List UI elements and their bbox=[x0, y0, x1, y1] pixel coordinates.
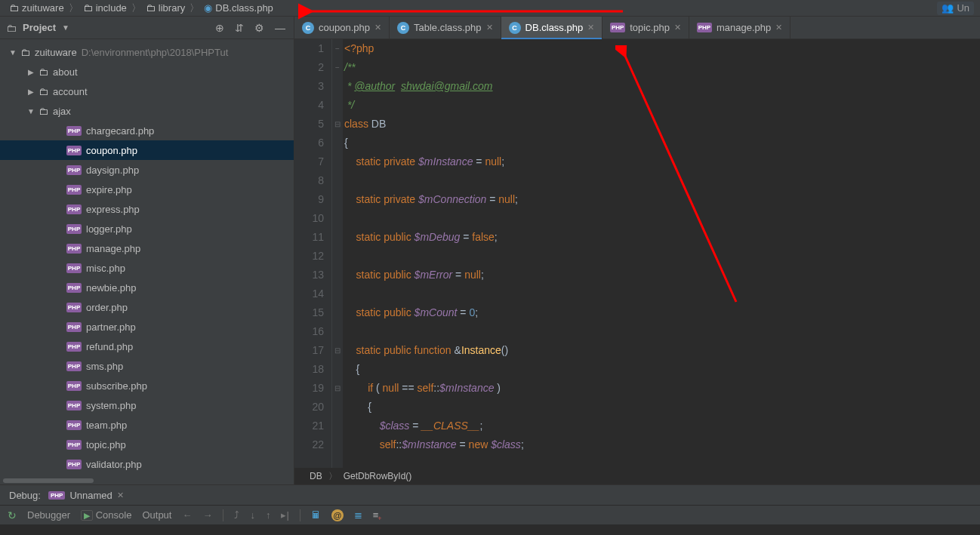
breadcrumb-method[interactable]: GetDbRowById() bbox=[344, 471, 412, 481]
tree-file[interactable]: PHPrefund.php bbox=[0, 337, 294, 356]
dropdown-icon[interactable]: ▼ bbox=[62, 23, 69, 32]
line-number[interactable]: 17 bbox=[294, 341, 324, 360]
line-number[interactable]: 3 bbox=[294, 77, 324, 96]
fold-column[interactable]: −−⊟⊟⊟ bbox=[332, 39, 343, 468]
code-line[interactable] bbox=[344, 322, 980, 341]
line-number[interactable]: 7 bbox=[294, 152, 324, 171]
code-line[interactable]: class DB bbox=[344, 115, 980, 134]
fold-marker-icon[interactable]: ⊟ bbox=[332, 379, 343, 398]
tree-file[interactable]: PHPcoupon.php bbox=[0, 140, 294, 160]
code-line[interactable] bbox=[344, 171, 980, 190]
line-number[interactable]: 6 bbox=[294, 134, 324, 152]
breadcrumb-item[interactable]: ◉ DB.class.php bbox=[201, 2, 276, 14]
tree-file[interactable]: PHPsms.php bbox=[0, 356, 294, 376]
line-number[interactable]: 18 bbox=[294, 360, 324, 379]
line-number[interactable]: 1 bbox=[294, 39, 324, 58]
breadcrumb-item[interactable]: 🗀 library bbox=[143, 2, 188, 14]
editor-tab[interactable]: PHPtopic.php✕ bbox=[602, 17, 689, 38]
arrow-left-icon[interactable]: ← bbox=[182, 509, 192, 521]
tree-file[interactable]: PHPorder.php bbox=[0, 297, 294, 317]
fold-marker-icon[interactable]: − bbox=[332, 58, 343, 77]
tree-file[interactable]: PHPpartner.php bbox=[0, 317, 294, 337]
tree-file[interactable]: PHPchargecard.php bbox=[0, 121, 294, 140]
close-icon[interactable]: ✕ bbox=[486, 23, 493, 32]
editor-tab[interactable]: CDB.class.php✕ bbox=[501, 17, 603, 38]
breadcrumb-item[interactable]: 🗀 include bbox=[80, 2, 130, 14]
line-number[interactable]: 8 bbox=[294, 171, 324, 190]
code-line[interactable]: static public $mDebug = false; bbox=[344, 228, 980, 247]
gear-icon[interactable]: ⚙ bbox=[252, 22, 267, 34]
code-line[interactable]: { bbox=[344, 398, 980, 417]
debugger-tab[interactable]: Debugger bbox=[27, 509, 70, 521]
code-line[interactable]: if ( null == self::$mInstance ) bbox=[344, 379, 980, 398]
at-icon[interactable]: @ bbox=[331, 509, 344, 521]
debug-session-tab[interactable]: PHP Unnamed ✕ bbox=[48, 490, 124, 501]
fold-marker-icon[interactable]: − bbox=[332, 39, 343, 58]
line-number[interactable]: 15 bbox=[294, 303, 324, 322]
line-number[interactable]: 5 bbox=[294, 115, 324, 134]
line-number[interactable]: 16 bbox=[294, 322, 324, 341]
breadcrumb-class[interactable]: DB bbox=[310, 471, 322, 481]
tree-file[interactable]: PHPtopic.php bbox=[0, 435, 294, 454]
code-line[interactable]: <?php bbox=[344, 39, 980, 58]
tree-file[interactable]: PHPexpress.php bbox=[0, 199, 294, 219]
horizontal-scrollbar[interactable] bbox=[0, 477, 294, 484]
tree-file[interactable]: PHPsubscribe.php bbox=[0, 376, 294, 395]
tree-arrow-icon[interactable] bbox=[26, 107, 36, 115]
rerun-icon[interactable]: ↻ bbox=[8, 509, 17, 521]
line-number[interactable]: 12 bbox=[294, 247, 324, 266]
code-line[interactable]: static private $mInstance = null; bbox=[344, 152, 980, 171]
tree-arrow-icon[interactable] bbox=[26, 68, 36, 76]
tree-arrow-icon[interactable] bbox=[8, 48, 18, 57]
line-number[interactable]: 14 bbox=[294, 284, 324, 303]
code-area[interactable]: <?php/** * @author shwdai@gmail.com */cl… bbox=[343, 39, 980, 468]
console-tab[interactable]: ▶ Console bbox=[81, 509, 131, 521]
tree-file[interactable]: PHPdaysign.php bbox=[0, 160, 294, 180]
code-line[interactable]: static private $mConnection = null; bbox=[344, 190, 980, 209]
tree-folder[interactable]: 🗀about bbox=[0, 62, 294, 81]
code-line[interactable]: { bbox=[344, 134, 980, 152]
arrow-right-icon[interactable]: → bbox=[202, 509, 212, 521]
code-line[interactable] bbox=[344, 284, 980, 303]
line-number[interactable]: 13 bbox=[294, 266, 324, 284]
minimize-icon[interactable]: — bbox=[273, 22, 288, 34]
line-number[interactable]: 19 bbox=[294, 379, 324, 398]
step-out-icon[interactable]: ↑ bbox=[266, 509, 271, 521]
code-line[interactable] bbox=[344, 209, 980, 228]
unregistered-badge[interactable]: 👥 Un bbox=[937, 2, 974, 15]
line-number[interactable]: 2 bbox=[294, 58, 324, 77]
locate-icon[interactable]: ⊕ bbox=[213, 22, 227, 34]
close-icon[interactable]: ✕ bbox=[775, 23, 782, 32]
tree-folder[interactable]: 🗀zuituwareD:\environment\php\2018\PHPTut bbox=[0, 42, 294, 62]
line-number[interactable]: 20 bbox=[294, 398, 324, 417]
code-line[interactable]: $class = __CLASS__; bbox=[344, 417, 980, 435]
evaluate-icon[interactable]: 🖩 bbox=[311, 509, 321, 521]
editor-tab[interactable]: PHPmanage.php✕ bbox=[689, 17, 790, 38]
tree-file[interactable]: PHPvalidator.php bbox=[0, 454, 294, 474]
line-number[interactable]: 11 bbox=[294, 228, 324, 247]
editor-tab[interactable]: CTable.class.php✕ bbox=[390, 17, 501, 38]
tree-file[interactable]: PHPteam.php bbox=[0, 415, 294, 435]
tree-file[interactable]: PHPnewbie.php bbox=[0, 278, 294, 297]
code-line[interactable]: { bbox=[344, 360, 980, 379]
collapse-all-icon[interactable]: ⇵ bbox=[233, 22, 246, 34]
tree-folder[interactable]: 🗀ajax bbox=[0, 101, 294, 121]
code-line[interactable]: self::$mInstance = new $class; bbox=[344, 435, 980, 454]
code-line[interactable]: static public $mCount = 0; bbox=[344, 303, 980, 322]
tree-file[interactable]: PHPlogger.php bbox=[0, 219, 294, 238]
run-to-cursor-icon[interactable]: ▸| bbox=[281, 509, 288, 521]
project-tree[interactable]: 🗀zuituwareD:\environment\php\2018\PHPTut… bbox=[0, 39, 294, 477]
code-line[interactable]: static public function &Instance() bbox=[344, 341, 980, 360]
line-number-gutter[interactable]: 12345678910111213141516171819202122 bbox=[294, 39, 332, 468]
filter-icon[interactable]: ≡+ bbox=[373, 509, 379, 521]
tree-file[interactable]: PHPexpire.php bbox=[0, 180, 294, 199]
step-over-icon[interactable]: ⤴ bbox=[234, 509, 239, 521]
fold-marker-icon[interactable]: ⊟ bbox=[332, 341, 343, 360]
line-number[interactable]: 4 bbox=[294, 96, 324, 115]
close-icon[interactable]: ✕ bbox=[674, 23, 681, 32]
code-line[interactable] bbox=[344, 247, 980, 266]
breadcrumb-item[interactable]: 🗀 zuituware bbox=[6, 2, 67, 14]
step-into-icon[interactable]: ↓ bbox=[250, 509, 255, 521]
line-number[interactable]: 10 bbox=[294, 209, 324, 228]
tree-file[interactable]: PHPmanage.php bbox=[0, 238, 294, 258]
